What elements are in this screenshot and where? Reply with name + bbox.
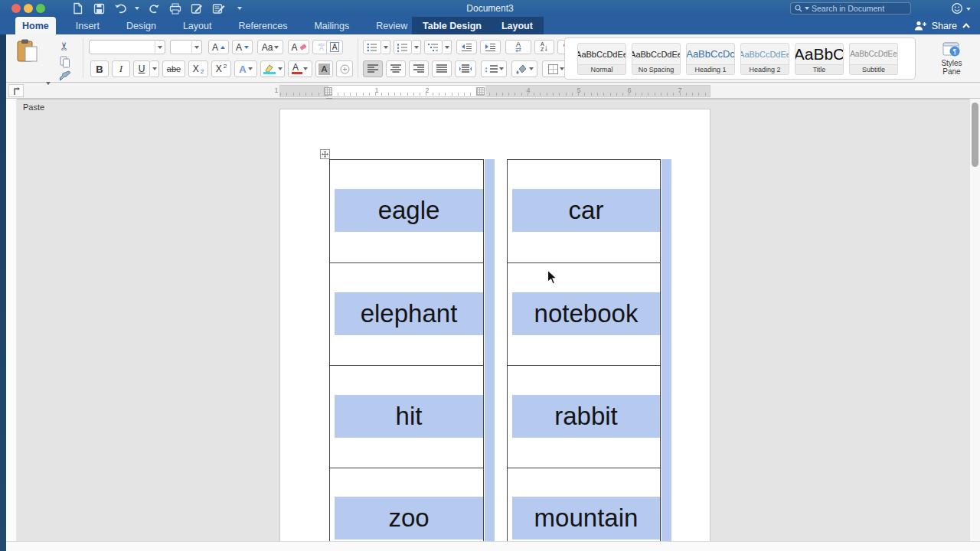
table-cell[interactable]: rabbit [508,366,660,468]
table-column-marker[interactable] [476,87,485,96]
vertical-scrollbar[interactable] [969,99,980,541]
table-move-handle[interactable] [320,149,330,159]
group-divider [83,38,83,78]
style-card-normal[interactable]: AaBbCcDdEeNormal [577,43,626,75]
font-size-select[interactable] [170,40,202,54]
tab-mailings[interactable]: Mailings [307,17,356,34]
font-color-button[interactable]: A [288,60,312,77]
increase-indent-button[interactable] [480,40,501,54]
decrease-indent-button[interactable] [456,40,477,54]
text-direction-button[interactable]: A ⇄ [505,40,531,54]
mouse-cursor [547,269,557,285]
style-card-heading-2[interactable]: AaBbCcDdEeHeading 2 [740,43,789,75]
tab-references[interactable]: References [231,17,294,34]
style-label: Title [795,64,843,74]
table-column: eagleelephanthitzoo [329,159,484,541]
paint-bucket-icon [516,64,528,74]
table-cell-word[interactable]: eagle [335,189,483,232]
search-input[interactable]: Search in Document [790,2,911,15]
shrink-font-button[interactable]: A [232,40,253,54]
shading-button[interactable] [511,60,537,77]
ruler-number: 6 [627,86,631,94]
styles-pane-label: Styles Pane [936,59,968,76]
share-label[interactable]: Share [932,21,957,31]
share-group: Share [914,17,971,34]
table-column-marker[interactable] [324,87,332,96]
multilevel-list-button[interactable] [424,40,443,54]
align-right-button[interactable] [409,60,429,77]
align-left-button[interactable] [363,60,383,77]
share-person-icon [914,21,927,31]
table-cell-word[interactable]: car [512,189,660,232]
strikethrough-button[interactable]: abe [162,60,185,77]
bullets-button[interactable] [363,40,381,54]
tab-review[interactable]: Review [369,17,414,34]
superscript-button[interactable]: X2 [211,60,231,77]
sort-button[interactable]: AZ ↓ [534,40,554,54]
text-effects-button[interactable]: A [234,60,257,77]
distribute-text-button[interactable] [455,60,476,77]
underline-menu-icon[interactable] [150,60,159,77]
character-border-button[interactable]: A [326,40,343,54]
scrollbar-thumb[interactable] [972,103,978,167]
highlight-button[interactable] [260,60,285,77]
copy-icon[interactable] [60,56,70,71]
bullets-menu-icon[interactable] [381,40,390,54]
cut-icon[interactable]: ✂ [57,41,71,51]
table-cell[interactable]: elephant [330,263,483,366]
tab-layout[interactable]: Layout [176,17,219,34]
format-painter-icon[interactable] [59,70,71,85]
contextual-tab-table-design[interactable]: Table Design [416,17,488,34]
feedback-menu-icon[interactable] [966,8,971,11]
change-case-button[interactable]: Aa [257,40,283,54]
enclose-icon [340,64,350,74]
paste-button[interactable] [17,38,40,67]
table-cell[interactable]: notebook [508,263,660,366]
bold-button[interactable]: B [90,60,109,77]
grow-font-button[interactable]: A [208,40,229,54]
contextual-tabs: Table DesignLayout [412,17,544,34]
table-cell-word[interactable]: mountain [512,497,660,540]
table-cell[interactable]: zoo [330,468,483,542]
tab-home[interactable]: Home [15,17,56,34]
tab-design[interactable]: Design [119,17,163,34]
style-card-title[interactable]: AaBbCTitle [795,43,844,75]
table-cell[interactable]: hit [330,366,483,468]
table-cell-word[interactable]: elephant [335,292,483,335]
numbering-button[interactable] [394,40,412,54]
font-name-select[interactable] [89,40,165,54]
multilevel-menu-icon[interactable] [443,40,452,54]
table-cell[interactable]: eagle [330,160,483,263]
subscript-button[interactable]: X2 [188,60,208,77]
table-cell[interactable]: car [508,160,660,263]
styles-pane-button[interactable]: ¶ Styles Pane [928,37,975,81]
style-card-heading-1[interactable]: AaBbCcDcHeading 1 [686,43,735,75]
style-sample: AaBbCcDdEe [741,44,789,64]
table-cell-word[interactable]: zoo [335,497,483,540]
underline-button[interactable]: U [133,60,150,77]
feedback-smiley-icon[interactable] [951,2,963,18]
table-cell-word[interactable]: notebook [512,292,660,335]
character-shading-button[interactable]: A [315,60,333,77]
table-cell-word[interactable]: hit [335,395,483,438]
search-placeholder: Search in Document [812,4,884,13]
search-scope-icon[interactable] [805,7,809,10]
table-cell[interactable]: mountain [508,468,660,542]
group-divider [358,38,358,78]
style-card-no-spacing[interactable]: AaBbCcDdEeNo Spacing [632,43,681,75]
justify-button[interactable] [432,60,452,77]
table-cell-word[interactable]: rabbit [512,395,660,438]
italic-button[interactable]: I [112,60,130,77]
align-center-button[interactable] [386,60,406,77]
enclose-characters-button[interactable] [336,60,353,77]
paste-menu-icon[interactable] [46,82,51,85]
tab-insert[interactable]: Insert [69,17,106,34]
clear-formatting-button[interactable]: A [288,40,309,54]
numbering-menu-icon[interactable] [412,40,421,54]
collapse-ribbon-icon[interactable] [962,22,971,29]
styles-gallery: AaBbCcDdEeNormalAaBbCcDdEeNo SpacingAaBb… [564,37,916,80]
style-card-subtitle[interactable]: AaBbCcDdEeSubtitle [849,43,898,75]
tab-stop-selector[interactable] [8,84,24,97]
line-spacing-button[interactable]: ↕ [481,60,507,77]
contextual-tab-layout[interactable]: Layout [495,17,540,34]
